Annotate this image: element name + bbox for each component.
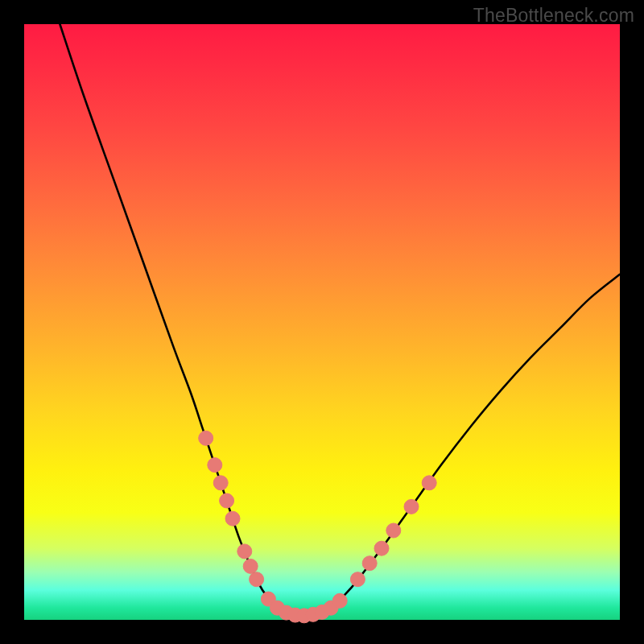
curve-marker bbox=[422, 476, 436, 490]
curve-marker bbox=[220, 493, 234, 508]
curve-marker bbox=[332, 593, 347, 608]
curve-marker bbox=[374, 541, 389, 555]
plot-area bbox=[24, 24, 620, 620]
bottleneck-curve-path bbox=[60, 24, 620, 616]
curve-marker bbox=[225, 511, 240, 526]
curve-marker bbox=[237, 544, 252, 559]
curve-marker bbox=[250, 572, 264, 587]
curve-marker bbox=[213, 476, 228, 490]
curve-marker bbox=[386, 523, 401, 538]
curve-marker bbox=[350, 572, 365, 587]
curve-marker bbox=[404, 499, 419, 514]
bottleneck-curve-svg bbox=[24, 24, 620, 620]
curve-marker bbox=[362, 556, 377, 571]
curve-marker bbox=[208, 458, 222, 473]
chart-frame: TheBottleneck.com bbox=[0, 0, 644, 644]
curve-marker bbox=[199, 431, 213, 445]
watermark-text: TheBottleneck.com bbox=[473, 5, 634, 27]
curve-marker bbox=[243, 559, 258, 573]
